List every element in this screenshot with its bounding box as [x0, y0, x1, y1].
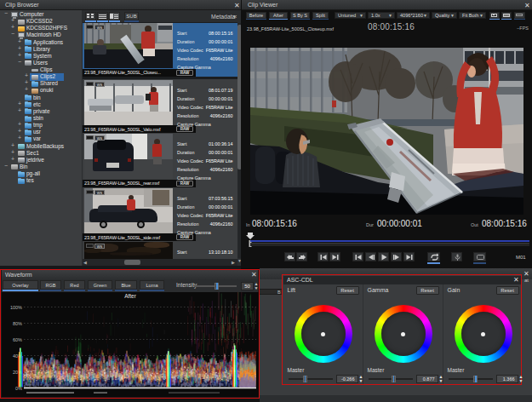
svg-text:100%: 100%: [9, 305, 21, 310]
svg-text:80%: 80%: [12, 321, 21, 326]
svg-text:After: After: [124, 293, 137, 299]
svg-text:60%: 60%: [12, 337, 21, 342]
